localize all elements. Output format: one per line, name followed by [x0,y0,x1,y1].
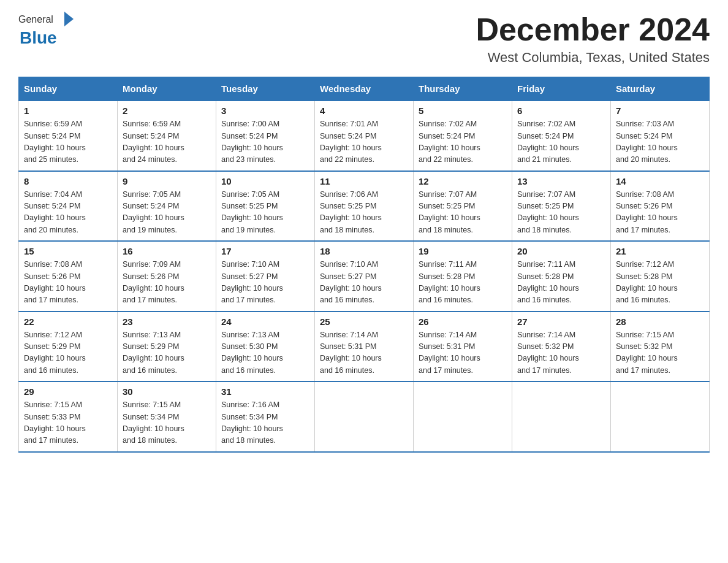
calendar-cell: 28 Sunrise: 7:15 AMSunset: 5:32 PMDaylig… [611,312,710,382]
day-info: Sunrise: 7:15 AMSunset: 5:34 PMDaylight:… [123,400,184,445]
day-info: Sunrise: 7:12 AMSunset: 5:28 PMDaylight:… [616,260,678,304]
day-number: 12 [419,176,507,186]
weekday-header-sunday: Sunday [19,77,118,101]
day-info: Sunrise: 7:10 AMSunset: 5:27 PMDaylight:… [320,260,382,304]
day-info: Sunrise: 7:07 AMSunset: 5:25 PMDaylight:… [419,190,480,234]
weekday-header-thursday: Thursday [414,77,512,101]
logo-blue-text: Blue [20,28,57,47]
day-info: Sunrise: 6:59 AMSunset: 5:24 PMDaylight:… [24,120,86,164]
calendar-cell: 5 Sunrise: 7:02 AMSunset: 5:24 PMDayligh… [414,101,512,171]
calendar-cell: 25 Sunrise: 7:14 AMSunset: 5:31 PMDaylig… [315,312,414,382]
day-info: Sunrise: 7:15 AMSunset: 5:32 PMDaylight:… [616,331,678,375]
calendar-cell: 23 Sunrise: 7:13 AMSunset: 5:29 PMDaylig… [118,312,216,382]
day-info: Sunrise: 7:13 AMSunset: 5:30 PMDaylight:… [221,331,283,375]
calendar-cell: 16 Sunrise: 7:09 AMSunset: 5:26 PMDaylig… [118,241,216,312]
day-number: 26 [419,316,507,327]
day-number: 1 [24,105,112,116]
weekday-header-wednesday: Wednesday [315,77,414,101]
day-info: Sunrise: 7:14 AMSunset: 5:32 PMDaylight:… [517,331,579,375]
day-number: 21 [616,246,704,256]
day-number: 24 [221,316,309,327]
day-info: Sunrise: 7:05 AMSunset: 5:24 PMDaylight:… [123,190,184,234]
day-number: 3 [221,105,309,116]
logo-general-text: General [18,14,53,25]
calendar-cell: 1 Sunrise: 6:59 AMSunset: 5:24 PMDayligh… [19,101,118,171]
svg-marker-0 [64,12,74,26]
calendar-cell: 6 Sunrise: 7:02 AMSunset: 5:24 PMDayligh… [512,101,611,171]
calendar-cell: 2 Sunrise: 6:59 AMSunset: 5:24 PMDayligh… [118,101,216,171]
calendar-cell [315,381,414,452]
day-number: 7 [616,105,704,116]
calendar-table: SundayMondayTuesdayWednesdayThursdayFrid… [18,77,710,453]
page-title: December 2024 [476,12,710,47]
calendar-cell: 13 Sunrise: 7:07 AMSunset: 5:25 PMDaylig… [512,171,611,242]
calendar-cell: 17 Sunrise: 7:10 AMSunset: 5:27 PMDaylig… [216,241,315,312]
calendar-cell: 31 Sunrise: 7:16 AMSunset: 5:34 PMDaylig… [216,381,315,452]
day-info: Sunrise: 7:14 AMSunset: 5:31 PMDaylight:… [419,331,480,375]
day-number: 22 [24,316,112,327]
calendar-cell: 15 Sunrise: 7:08 AMSunset: 5:26 PMDaylig… [19,241,118,312]
calendar-cell: 20 Sunrise: 7:11 AMSunset: 5:28 PMDaylig… [512,241,611,312]
calendar-cell: 11 Sunrise: 7:06 AMSunset: 5:25 PMDaylig… [315,171,414,242]
day-info: Sunrise: 7:05 AMSunset: 5:25 PMDaylight:… [221,190,283,234]
day-info: Sunrise: 7:07 AMSunset: 5:25 PMDaylight:… [517,190,579,234]
day-number: 15 [24,246,112,256]
calendar-cell [414,381,512,452]
calendar-cell: 24 Sunrise: 7:13 AMSunset: 5:30 PMDaylig… [216,312,315,382]
calendar-week-row: 22 Sunrise: 7:12 AMSunset: 5:29 PMDaylig… [19,312,710,382]
logo-flag-icon [55,12,74,26]
day-number: 4 [320,105,408,116]
day-number: 29 [24,386,112,397]
day-info: Sunrise: 7:01 AMSunset: 5:24 PMDaylight:… [320,120,382,164]
day-info: Sunrise: 7:09 AMSunset: 5:26 PMDaylight:… [123,260,184,304]
calendar-week-row: 29 Sunrise: 7:15 AMSunset: 5:33 PMDaylig… [19,381,710,452]
day-number: 25 [320,316,408,327]
day-info: Sunrise: 7:10 AMSunset: 5:27 PMDaylight:… [221,260,283,304]
day-number: 28 [616,316,704,327]
calendar-cell: 27 Sunrise: 7:14 AMSunset: 5:32 PMDaylig… [512,312,611,382]
day-number: 19 [419,246,507,256]
day-number: 23 [123,316,211,327]
calendar-cell: 12 Sunrise: 7:07 AMSunset: 5:25 PMDaylig… [414,171,512,242]
day-info: Sunrise: 7:04 AMSunset: 5:24 PMDaylight:… [24,190,86,234]
logo-area: General Blue [18,12,75,48]
day-info: Sunrise: 7:13 AMSunset: 5:29 PMDaylight:… [123,331,184,375]
day-number: 16 [123,246,211,256]
calendar-week-row: 1 Sunrise: 6:59 AMSunset: 5:24 PMDayligh… [19,101,710,171]
calendar-cell: 7 Sunrise: 7:03 AMSunset: 5:24 PMDayligh… [611,101,710,171]
day-info: Sunrise: 7:02 AMSunset: 5:24 PMDaylight:… [517,120,579,164]
day-number: 17 [221,246,309,256]
title-area: December 2024 West Columbia, Texas, Unit… [476,12,710,66]
day-number: 13 [517,176,605,186]
day-number: 11 [320,176,408,186]
weekday-header-monday: Monday [118,77,216,101]
day-info: Sunrise: 7:06 AMSunset: 5:25 PMDaylight:… [320,190,382,234]
day-number: 10 [221,176,309,186]
day-info: Sunrise: 7:08 AMSunset: 5:26 PMDaylight:… [616,190,678,234]
logo: General [18,12,75,27]
calendar-cell: 22 Sunrise: 7:12 AMSunset: 5:29 PMDaylig… [19,312,118,382]
day-info: Sunrise: 7:02 AMSunset: 5:24 PMDaylight:… [419,120,480,164]
calendar-week-row: 15 Sunrise: 7:08 AMSunset: 5:26 PMDaylig… [19,241,710,312]
day-number: 2 [123,105,211,116]
weekday-header-row: SundayMondayTuesdayWednesdayThursdayFrid… [19,77,710,101]
day-info: Sunrise: 7:12 AMSunset: 5:29 PMDaylight:… [24,331,86,375]
weekday-header-saturday: Saturday [611,77,710,101]
day-info: Sunrise: 7:15 AMSunset: 5:33 PMDaylight:… [24,400,86,445]
day-number: 14 [616,176,704,186]
day-info: Sunrise: 7:11 AMSunset: 5:28 PMDaylight:… [419,260,480,304]
day-number: 30 [123,386,211,397]
day-number: 31 [221,386,309,397]
calendar-cell: 10 Sunrise: 7:05 AMSunset: 5:25 PMDaylig… [216,171,315,242]
calendar-cell: 14 Sunrise: 7:08 AMSunset: 5:26 PMDaylig… [611,171,710,242]
day-number: 18 [320,246,408,256]
location-subtitle: West Columbia, Texas, United States [476,50,710,66]
day-number: 20 [517,246,605,256]
calendar-cell: 3 Sunrise: 7:00 AMSunset: 5:24 PMDayligh… [216,101,315,171]
day-info: Sunrise: 7:11 AMSunset: 5:28 PMDaylight:… [517,260,579,304]
day-info: Sunrise: 7:14 AMSunset: 5:31 PMDaylight:… [320,331,382,375]
calendar-cell: 18 Sunrise: 7:10 AMSunset: 5:27 PMDaylig… [315,241,414,312]
day-info: Sunrise: 7:08 AMSunset: 5:26 PMDaylight:… [24,260,86,304]
weekday-header-tuesday: Tuesday [216,77,315,101]
calendar-cell: 9 Sunrise: 7:05 AMSunset: 5:24 PMDayligh… [118,171,216,242]
